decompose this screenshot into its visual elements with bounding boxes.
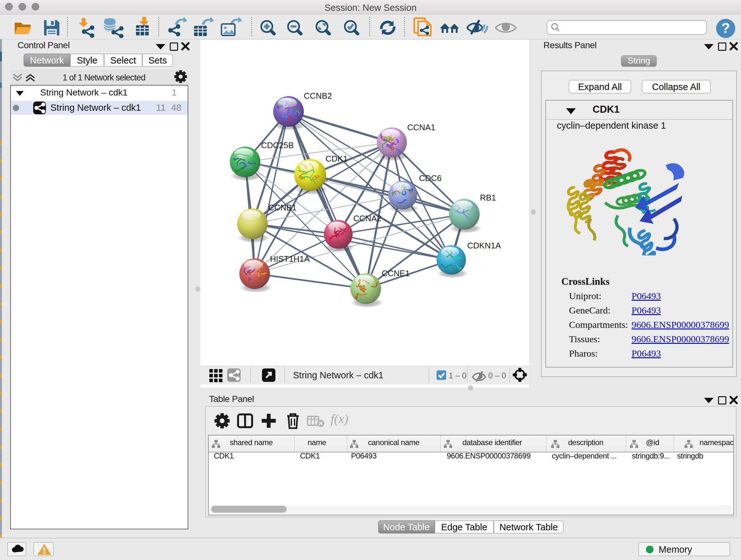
svg-text:CDC6: CDC6 (419, 173, 442, 183)
svg-text:CDC25B: CDC25B (261, 140, 294, 150)
svg-text:CCNA1: CCNA1 (407, 123, 435, 132)
svg-text:HIST1H1A: HIST1H1A (270, 254, 310, 264)
svg-text:CCNA2: CCNA2 (353, 213, 381, 223)
svg-text:CDKN1A: CDKN1A (467, 241, 501, 250)
svg-text:RB1: RB1 (480, 193, 496, 202)
svg-text:CCNE1: CCNE1 (382, 268, 410, 278)
svg-text:CDK1: CDK1 (326, 154, 347, 164)
svg-text:CCNB1: CCNB1 (268, 203, 296, 212)
svg-text:CCNB2: CCNB2 (304, 91, 332, 101)
